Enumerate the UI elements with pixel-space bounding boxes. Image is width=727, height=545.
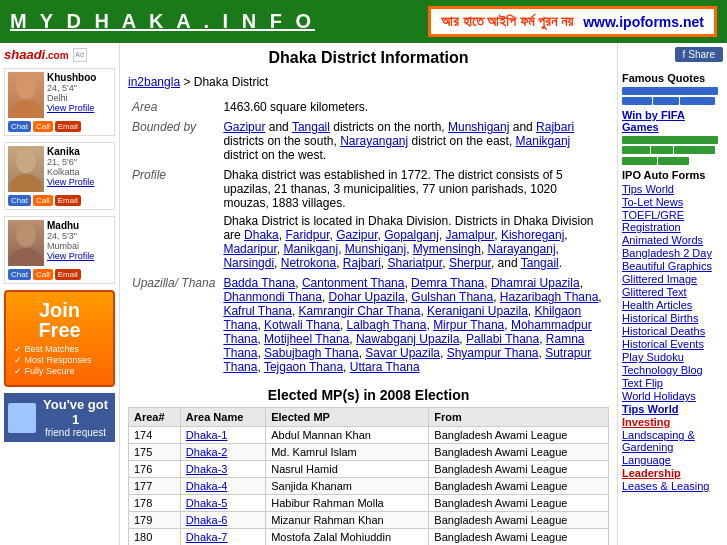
call-button-3[interactable]: Call <box>33 269 53 280</box>
keranigani-link[interactable]: Keranigani Upazila <box>427 304 528 318</box>
gazipur-link[interactable]: Gazipur <box>223 120 265 134</box>
sidebar-link-item[interactable]: Leases & Leasing <box>622 480 723 492</box>
sidebar-link-item[interactable]: Investing <box>622 416 723 428</box>
tejgaon-link[interactable]: Tejgaon Thana <box>264 360 343 374</box>
cell-area-name[interactable]: Dhaka-1 <box>180 427 265 444</box>
sherpur-link[interactable]: Sherpur <box>449 256 491 270</box>
nawabganj-link[interactable]: Nawabganj Upazila <box>356 332 459 346</box>
savar-link[interactable]: Savar Upazila <box>365 346 440 360</box>
gulshan-link[interactable]: Gulshan Thana <box>411 290 493 304</box>
lalbagh-link[interactable]: Lalbagh Thana <box>347 318 427 332</box>
cantonment-link[interactable]: Cantonment Thana <box>302 276 405 290</box>
cell-area-name[interactable]: Dhaka-3 <box>180 461 265 478</box>
join-free-bullets: ✓ Best Matches ✓ Most Responses ✓ Fully … <box>10 344 109 376</box>
sidebar-link-item[interactable]: Bangladesh 2 Day <box>622 247 723 259</box>
sidebar-link-item[interactable]: Leadership <box>622 467 723 479</box>
cell-area-name[interactable]: Dhaka-6 <box>180 512 265 529</box>
sidebar-link-item[interactable]: Historical Deaths <box>622 325 723 337</box>
shariatpur-link[interactable]: Shariatpur <box>388 256 443 270</box>
chat-button-3[interactable]: Chat <box>8 269 31 280</box>
chat-button-1[interactable]: Chat <box>8 121 31 132</box>
profile-view-link-1[interactable]: View Profile <box>47 103 96 113</box>
call-button-1[interactable]: Call <box>33 121 53 132</box>
hazaribagh-link[interactable]: Hazaribagh Thana <box>500 290 599 304</box>
breadcrumb-link[interactable]: in2bangla <box>128 75 180 89</box>
sidebar-link-item[interactable]: Text Flip <box>622 377 723 389</box>
netrokona-link[interactable]: Netrokona <box>281 256 336 270</box>
sidebar-link-item[interactable]: Landscaping & Gardening <box>622 429 723 453</box>
kamrangir-link[interactable]: Kamrangir Char Thana <box>299 304 421 318</box>
faridpur-link[interactable]: Faridpur <box>285 228 329 242</box>
cell-area-name[interactable]: Dhaka-4 <box>180 478 265 495</box>
profile-view-link-3[interactable]: View Profile <box>47 251 94 261</box>
sidebar-link-item[interactable]: Glittered Text <box>622 286 723 298</box>
svg-point-1 <box>10 100 42 118</box>
sidebar-link-item[interactable]: Animated Words <box>622 234 723 246</box>
join-free-box[interactable]: Join Free ✓ Best Matches ✓ Most Response… <box>4 290 115 387</box>
tangail2-link[interactable]: Tangail <box>521 256 559 270</box>
munshiganj2-link[interactable]: Munshiganj <box>345 242 406 256</box>
dhanmondi-link[interactable]: Dhanmondi Thana <box>223 290 322 304</box>
cell-area-name[interactable]: Dhaka-5 <box>180 495 265 512</box>
motijheel-link[interactable]: Motijheel Thana <box>264 332 349 346</box>
cell-area-name[interactable]: Dhaka-7 <box>180 529 265 546</box>
friend-request-box[interactable]: You've got 1 friend request <box>4 393 115 442</box>
pallabi-link[interactable]: Pallabi Thana <box>466 332 539 346</box>
cell-area-name[interactable]: Dhaka-2 <box>180 444 265 461</box>
shaadi-logo[interactable]: shaadi.com Ad <box>4 47 115 62</box>
fifa-link[interactable]: Win by FIFA Games <box>622 109 723 133</box>
site-title[interactable]: M Y D H A K A . I N F O <box>10 10 315 33</box>
rajbari-link[interactable]: Rajbari <box>536 120 574 134</box>
header-ad-banner[interactable]: আর হাতে আইপি ফর্ম পুরন নয় www.ipoforms.… <box>428 6 717 37</box>
jamalpur-link[interactable]: Jamalpur <box>446 228 495 242</box>
call-button-2[interactable]: Call <box>33 195 53 206</box>
bounded-label: Bounded by <box>128 117 219 165</box>
dhaka-div-link[interactable]: Dhaka <box>244 228 279 242</box>
gopalganj-link[interactable]: Gopalganj <box>384 228 439 242</box>
mymensingh-link[interactable]: Mymensingh <box>413 242 481 256</box>
kishoreganj-link[interactable]: Kishoreganj <box>501 228 564 242</box>
sidebar-link-item[interactable]: Tips World <box>622 403 723 415</box>
sidebar-link-item[interactable]: Language <box>622 454 723 466</box>
dhamrai-link[interactable]: Dhamrai Upazila <box>491 276 580 290</box>
manikganj-link[interactable]: Manikganj <box>516 134 571 148</box>
sidebar-link-item[interactable]: Glittered Image <box>622 273 723 285</box>
rajbari2-link[interactable]: Rajbari <box>343 256 381 270</box>
sidebar-link-item[interactable]: Health Articles <box>622 299 723 311</box>
email-button-3[interactable]: Email <box>55 269 81 280</box>
uttara-link[interactable]: Uttara Thana <box>350 360 420 374</box>
narsingdi-link[interactable]: Narsingdi <box>223 256 274 270</box>
sidebar-link-item[interactable]: World Holidays <box>622 390 723 402</box>
sabujbagh-link[interactable]: Sabujbagh Thana <box>264 346 359 360</box>
sidebar-link-item[interactable]: Technology Blog <box>622 364 723 376</box>
manikganj2-link[interactable]: Manikganj <box>283 242 338 256</box>
badda-link[interactable]: Badda Thana <box>223 276 295 290</box>
demra-link[interactable]: Demra Thana <box>411 276 484 290</box>
chat-button-2[interactable]: Chat <box>8 195 31 206</box>
narayanganj2-link[interactable]: Narayanganj <box>488 242 556 256</box>
mirpur-link[interactable]: Mirpur Thana <box>433 318 504 332</box>
sidebar-link-item[interactable]: Historical Events <box>622 338 723 350</box>
sidebar-link-item[interactable]: Beautiful Graphics <box>622 260 723 272</box>
profile-row: Profile Dhaka district was established i… <box>128 165 609 273</box>
sidebar-link-item[interactable]: TOEFL/GRE Registration <box>622 209 723 233</box>
share-button[interactable]: f Share <box>675 47 723 62</box>
sidebar-link-item[interactable]: Tips World <box>622 183 723 195</box>
sidebar-link-item[interactable]: To-Let News <box>622 196 723 208</box>
sidebar-link-item[interactable]: Historical Births <box>622 312 723 324</box>
tangail-link[interactable]: Tangail <box>292 120 330 134</box>
header-ad-url[interactable]: www.ipoforms.net <box>583 14 704 30</box>
madaripur-link[interactable]: Madaripur <box>223 242 276 256</box>
kotwali-link[interactable]: Kotwali Thana <box>264 318 340 332</box>
narayanganj-link[interactable]: Narayanganj <box>340 134 408 148</box>
email-button-2[interactable]: Email <box>55 195 81 206</box>
email-button-1[interactable]: Email <box>55 121 81 132</box>
sidebar-link-item[interactable]: Play Sudoku <box>622 351 723 363</box>
shyampur-link[interactable]: Shyampur Thana <box>447 346 539 360</box>
table-row: 174 Dhaka-1 Abdul Mannan Khan Bangladesh… <box>129 427 609 444</box>
dohar-link[interactable]: Dohar Upazila <box>329 290 405 304</box>
munshiganj-link[interactable]: Munshiganj <box>448 120 509 134</box>
profile-view-link-2[interactable]: View Profile <box>47 177 94 187</box>
kafrul-link[interactable]: Kafrul Thana <box>223 304 292 318</box>
gazipur2-link[interactable]: Gazipur <box>336 228 377 242</box>
